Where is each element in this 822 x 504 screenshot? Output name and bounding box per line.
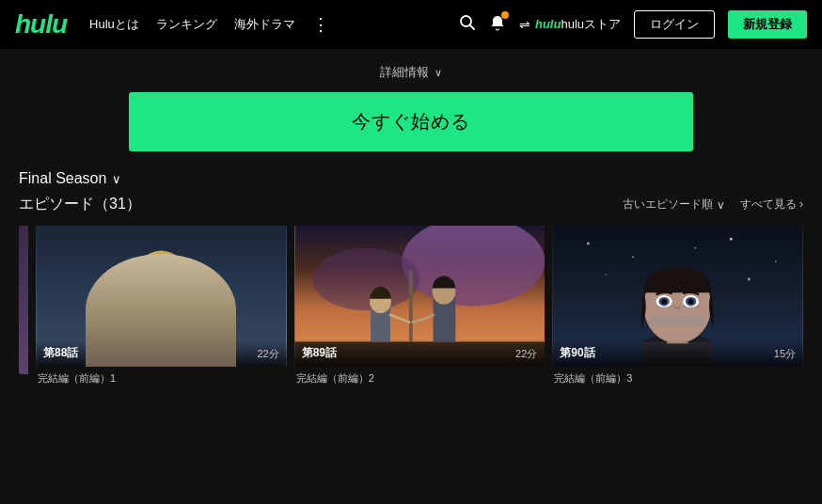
- episode-duration-3: 15分: [774, 347, 796, 361]
- episode-title-2: 完結編（前編）2: [294, 371, 545, 386]
- svg-point-6: [147, 279, 157, 288]
- episodes-row: エピソード（31） 古いエピソード順 ∨ すべて見る ›: [19, 195, 803, 214]
- svg-point-24: [730, 238, 733, 241]
- login-button[interactable]: ログイン: [634, 10, 715, 39]
- see-all-arrow-icon: ›: [799, 197, 803, 211]
- svg-point-22: [587, 243, 590, 245]
- svg-point-26: [695, 247, 697, 249]
- nav-ranking[interactable]: ランキング: [156, 16, 217, 33]
- episode-card-1[interactable]: 第88話 22分 完結編（前編）1: [36, 226, 287, 386]
- episode-thumb-2: 第89話 22分: [294, 226, 545, 367]
- episode-meta-1: 第88話 22分: [36, 339, 287, 367]
- see-all-button[interactable]: すべて見る ›: [740, 197, 803, 213]
- start-watching-button[interactable]: 今すぐ始める: [129, 92, 693, 151]
- register-button[interactable]: 新規登録: [728, 10, 807, 39]
- nav-foreign-drama[interactable]: 海外ドラマ: [234, 16, 295, 33]
- episode-thumb-3: 第90話 15分: [552, 226, 803, 367]
- season-chevron-icon: ∨: [112, 172, 121, 186]
- season-selector[interactable]: Final Season ∨: [19, 170, 803, 187]
- episode-title-3: 完結編（前編）3: [552, 371, 803, 386]
- episode-num-1: 第88話: [43, 345, 78, 361]
- see-all-label: すべて見る: [740, 197, 797, 211]
- episode-card-2[interactable]: 第89話 22分 完結編（前編）2: [294, 226, 545, 386]
- nav-links: Huluとは ランキング 海外ドラマ ⋮: [89, 14, 329, 35]
- svg-point-10: [150, 282, 154, 286]
- svg-point-11: [168, 282, 172, 286]
- main-content: 詳細情報 ∨ 今すぐ始める Final Season ∨ エピソード（31） 古…: [0, 49, 822, 386]
- svg-point-37: [662, 299, 668, 305]
- svg-point-38: [688, 299, 694, 305]
- episode-duration-1: 22分: [257, 347, 278, 361]
- svg-point-8: [149, 280, 156, 288]
- svg-point-27: [606, 274, 608, 276]
- detail-info-link[interactable]: 詳細情報: [380, 64, 429, 81]
- store-arrow-icon: ⇌: [519, 17, 530, 32]
- nav-more-icon[interactable]: ⋮: [312, 14, 329, 35]
- svg-point-5: [136, 255, 186, 312]
- svg-point-9: [166, 280, 174, 288]
- episodes-grid: 第88話 22分 完結編（前編）1: [19, 226, 803, 386]
- store-label: huluhuluストア: [535, 16, 621, 33]
- svg-rect-32: [651, 317, 704, 325]
- detail-info-row: 詳細情報 ∨: [19, 49, 803, 92]
- episode-card-partial-left: [19, 226, 28, 386]
- nav-right: ⇌ huluhuluストア ログイン 新規登録: [459, 10, 807, 39]
- sort-button[interactable]: 古いエピソード順 ∨: [623, 197, 725, 213]
- hulu-logo[interactable]: hulu: [15, 9, 67, 39]
- svg-point-25: [775, 260, 777, 262]
- episode-duration-2: 22分: [515, 347, 537, 361]
- svg-point-28: [748, 278, 751, 281]
- sort-label: 古いエピソード順: [623, 197, 713, 213]
- episode-num-2: 第89話: [302, 345, 337, 361]
- season-label: Final Season: [19, 170, 106, 187]
- svg-point-7: [165, 279, 175, 288]
- episode-num-3: 第90話: [560, 345, 594, 361]
- episode-meta-2: 第89話 22分: [294, 339, 545, 367]
- nav-about[interactable]: Huluとは: [89, 16, 139, 33]
- episodes-controls: 古いエピソード順 ∨ すべて見る ›: [623, 197, 803, 213]
- episode-meta-3: 第90話 15分: [552, 339, 803, 367]
- notification-dot: [501, 11, 509, 19]
- search-icon[interactable]: [459, 14, 476, 36]
- cta-section: 今すぐ始める: [19, 92, 803, 151]
- svg-point-14: [312, 248, 419, 310]
- hulu-store-link[interactable]: ⇌ huluhuluストア: [519, 16, 621, 33]
- episode-card-3[interactable]: 第90話 15分 完結編（前編）3: [552, 226, 803, 386]
- episode-title-1: 完結編（前編）1: [36, 371, 287, 386]
- svg-line-1: [469, 24, 474, 29]
- bell-icon[interactable]: [489, 14, 506, 36]
- svg-point-3: [112, 315, 210, 367]
- svg-rect-20: [409, 270, 413, 341]
- episode-thumb-1: 第88話 22分: [36, 226, 287, 367]
- navbar: hulu Huluとは ランキング 海外ドラマ ⋮ ⇌ huluhuluストア: [0, 0, 822, 49]
- episodes-count: エピソード（31）: [19, 195, 141, 214]
- detail-chevron-icon: ∨: [435, 67, 442, 79]
- svg-rect-4: [152, 290, 170, 303]
- svg-point-23: [632, 256, 634, 258]
- sort-chevron-icon: ∨: [717, 198, 725, 212]
